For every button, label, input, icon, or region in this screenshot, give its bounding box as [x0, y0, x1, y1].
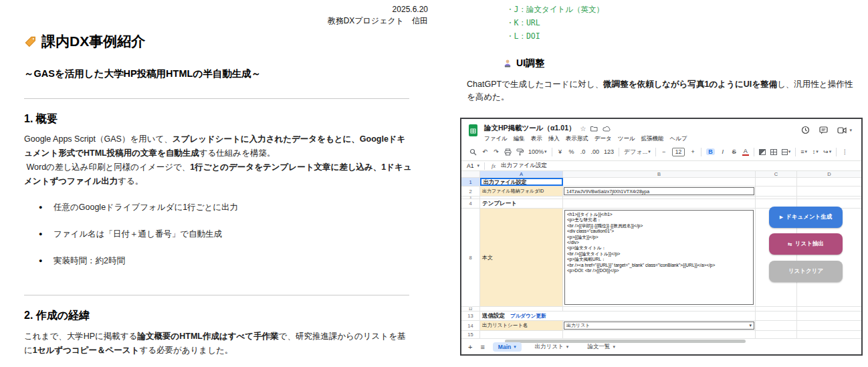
generate-document-button[interactable]: ▶ ドキュメント生成	[769, 207, 843, 228]
cell-d14[interactable]	[797, 321, 861, 330]
add-sheet-button[interactable]: +	[468, 343, 472, 351]
clear-list-button[interactable]: リストクリア	[769, 261, 843, 282]
menu-edit[interactable]: 編集	[514, 135, 525, 143]
row-header-12[interactable]: 12	[461, 307, 480, 311]
strikethrough-button[interactable]: S	[731, 148, 738, 155]
cell-c15[interactable]	[756, 331, 797, 338]
cell-a13[interactable]: 送信設定 プルダウン更新	[480, 312, 756, 320]
formula-input[interactable]: 出力ファイル設定	[501, 162, 547, 170]
chevron-down-icon: ▾	[514, 344, 516, 350]
version-history-icon[interactable]	[801, 126, 810, 134]
menu-tools[interactable]: ツール	[618, 135, 635, 143]
corner-cell[interactable]	[461, 171, 480, 177]
cell-a15[interactable]	[480, 331, 563, 338]
text-color-button[interactable]: A	[742, 148, 749, 156]
column-header-a[interactable]: A	[480, 171, 563, 177]
row-header-13[interactable]: 13	[461, 312, 480, 320]
cell-b8[interactable]: <h1>{{タイトル}}</h1> <p>主な研究者： <br />{{学部}}…	[563, 209, 756, 306]
chevron-down-icon: ▾	[566, 344, 569, 350]
redo-icon[interactable]: ↷	[493, 148, 500, 155]
column-header-b[interactable]: B	[563, 171, 756, 177]
menu-view[interactable]: 表示	[531, 135, 542, 143]
row-header-2[interactable]: 2	[461, 187, 480, 196]
cell-c13[interactable]	[756, 312, 797, 320]
row-header-3[interactable]: 3	[461, 197, 480, 199]
row-header-14[interactable]: 14	[461, 321, 480, 330]
increase-font-button[interactable]: +	[689, 148, 696, 155]
row-header-1[interactable]: 1	[461, 178, 480, 186]
vertical-align-button[interactable]: ↕▾	[812, 148, 819, 155]
fx-icon: fx	[492, 162, 496, 169]
merge-cells-button[interactable]: ▾	[782, 149, 791, 155]
move-folder-icon[interactable]	[590, 126, 598, 132]
doc-subtitle: ～GASを活用した大学HP投稿用HTMLの半自動生成～	[24, 68, 261, 80]
extract-list-button[interactable]: ⇆ リスト抽出	[769, 233, 843, 255]
undo-icon[interactable]: ↶	[481, 148, 488, 155]
column-header-d[interactable]: D	[797, 171, 861, 177]
tag-icon	[24, 35, 37, 48]
menu-help[interactable]: ヘルプ	[670, 135, 687, 143]
comment-icon[interactable]	[819, 126, 828, 134]
horizontal-align-button[interactable]: ≡▾	[800, 148, 807, 155]
cell-c2[interactable]	[756, 187, 797, 196]
toolbar-more-button[interactable]: ⋮	[841, 148, 848, 155]
star-icon[interactable]: ☆	[580, 125, 586, 132]
cell-b4[interactable]	[563, 199, 756, 208]
italic-button[interactable]: I	[720, 148, 726, 155]
cell-c14[interactable]	[756, 321, 797, 330]
cell-b15[interactable]	[563, 331, 756, 338]
tab-output-list[interactable]: 出力リスト▾	[530, 342, 574, 352]
row-header-4[interactable]: 4	[461, 199, 480, 208]
pulldown-update-link[interactable]: プルダウン更新	[510, 313, 546, 320]
decrease-decimal-button[interactable]: .0	[580, 148, 586, 155]
paint-format-icon[interactable]	[516, 148, 524, 156]
tab-main[interactable]: Main▾	[493, 342, 522, 352]
menu-extensions[interactable]: 拡張機能	[641, 135, 664, 143]
cell-a14[interactable]: 出力リストシート名	[480, 321, 563, 330]
cell-d2[interactable]	[797, 187, 861, 196]
cell-c3	[756, 197, 797, 199]
divider	[24, 98, 409, 99]
bold-button[interactable]: B	[706, 148, 715, 155]
row-header-15[interactable]: 15	[461, 331, 480, 338]
text-wrap-button[interactable]: ↪▾	[823, 148, 831, 155]
menu-insert[interactable]: 挿入	[548, 135, 560, 143]
print-icon[interactable]	[504, 148, 512, 156]
cell-a8[interactable]: 本文	[480, 209, 563, 306]
decrease-font-button[interactable]: −	[661, 148, 667, 155]
cell-a2[interactable]: 出力ファイル格納フォルダID	[480, 187, 563, 196]
font-size-input[interactable]: 12	[672, 148, 685, 156]
menu-file[interactable]: ファイル	[484, 135, 508, 143]
cell-d1[interactable]	[797, 178, 861, 186]
borders-icon[interactable]	[770, 149, 777, 155]
percent-format-button[interactable]: %	[568, 148, 575, 155]
font-select[interactable]: デフォ...▾	[624, 148, 651, 156]
doc-title: 課内DX事例紹介	[24, 32, 145, 51]
cell-c1[interactable]	[756, 178, 797, 186]
formula-bar: A1▾ fx 出力ファイル設定	[461, 160, 861, 171]
cell-b2[interactable]: 14TzwJV9VBwSalzx7jliXh1VTX4r28ypa	[563, 187, 756, 196]
row-header-8[interactable]: 8	[461, 209, 480, 306]
cell-d15[interactable]	[797, 331, 861, 338]
cloud-status-icon[interactable]	[603, 126, 611, 132]
cell-d13[interactable]	[797, 312, 861, 320]
tab-paper-list[interactable]: 論文一覧▾	[582, 342, 621, 352]
menu-format[interactable]: 表示形式	[566, 135, 588, 143]
increase-decimal-button[interactable]: .00	[591, 148, 600, 155]
fill-color-icon[interactable]	[759, 149, 766, 155]
column-header-c[interactable]: C	[756, 171, 797, 177]
number-format-button[interactable]: 123	[604, 148, 614, 155]
output-sheet-select[interactable]: 出力リスト▾	[564, 322, 754, 330]
search-icon[interactable]	[469, 148, 477, 156]
currency-format-button[interactable]: ¥	[557, 148, 564, 155]
spreadsheet-title[interactable]: 論文HP掲載ツール（α1.01）	[484, 124, 575, 133]
cell-a4[interactable]: テンプレート	[480, 199, 563, 208]
menu-data[interactable]: データ	[594, 135, 612, 143]
cell-a1[interactable]: 出力ファイル設定	[480, 178, 563, 186]
name-box[interactable]: A1▾	[461, 162, 484, 169]
meet-button[interactable]: ▾	[837, 127, 852, 134]
zoom-select[interactable]: 100%▾	[528, 148, 547, 155]
cell-b14[interactable]: 出力リスト▾	[563, 321, 756, 330]
all-sheets-button[interactable]: ≡	[480, 343, 484, 351]
cell-b1[interactable]	[563, 178, 756, 186]
